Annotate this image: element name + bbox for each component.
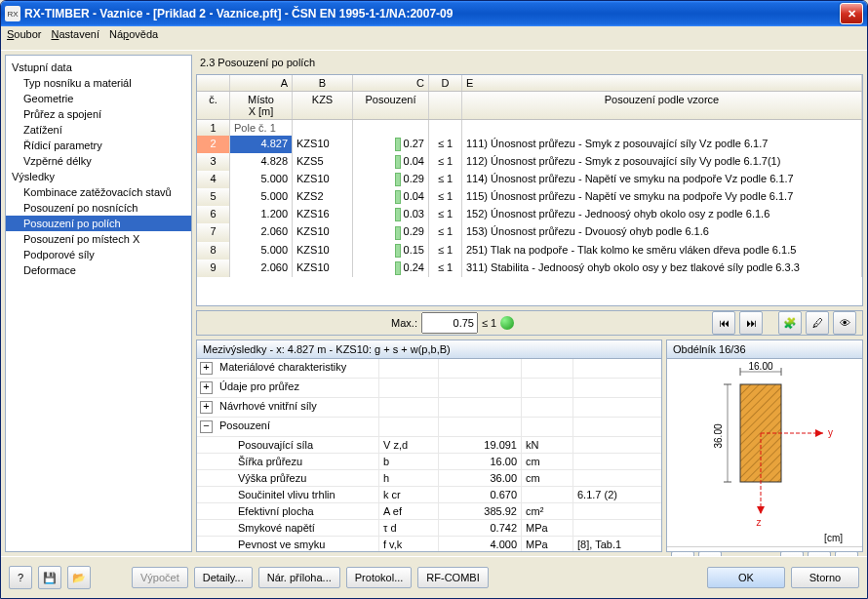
detail-row: Výška průřezuh36.00cm <box>197 470 661 487</box>
close-button[interactable]: ✕ <box>840 3 863 24</box>
details-title: Mezivýsledky - x: 4.827 m - KZS10: g + s… <box>197 340 661 359</box>
detail-group[interactable]: −Posouzení <box>197 418 661 437</box>
detail-row: Šířka průřezub16.00cm <box>197 454 661 470</box>
table-row[interactable]: 85.000KZS100.15≤ 1251) Tlak na podpoře -… <box>197 242 862 260</box>
results-grid[interactable]: A B C D E č. Místo X [m] KZS Posouzení P… <box>196 74 863 306</box>
nav-item[interactable]: Vzpěrné délky <box>6 153 191 169</box>
col-C[interactable]: C <box>353 75 429 91</box>
detail-row: Pevnost ve smykuf v,k4.000MPa[8], Tab.1 <box>197 537 661 551</box>
open-button[interactable]: 📂 <box>67 566 91 589</box>
axis-y: y <box>828 427 833 438</box>
menu-bar: Soubor Nastavení Nápověda <box>1 26 867 51</box>
app-window: RX RX-TIMBER - Vaznice - [Priklad 2 - Va… <box>0 0 868 599</box>
nav-item[interactable]: Podporové síly <box>6 247 191 262</box>
table-row[interactable]: 24.827KZS100.27≤ 1111) Únosnost průřezu … <box>197 136 862 153</box>
section-title: Obdélník 16/36 <box>667 340 862 359</box>
detail-group[interactable]: +Údaje pro průřez <box>197 379 661 398</box>
color-button[interactable]: 🖊 <box>806 311 829 335</box>
nav-item[interactable]: Deformace <box>6 262 191 278</box>
nav-root-input[interactable]: Vstupní data <box>6 60 191 75</box>
nav-item[interactable]: Typ nosníku a materiál <box>6 75 191 91</box>
col-A-unit: X [m] <box>234 105 288 117</box>
menu-help[interactable]: Nápověda <box>109 28 158 48</box>
max-bar: Max.: ≤ 1 ⏮ ⏭ 🧩 🖊 👁 <box>196 310 863 336</box>
app-icon: RX <box>5 6 20 21</box>
cancel-button[interactable]: Storno <box>791 567 859 588</box>
table-row[interactable]: 34.828KZS50.04≤ 1112) Únosnost průřezu -… <box>197 153 862 171</box>
nav-prev-button[interactable]: ⏮ <box>712 311 735 335</box>
col-B-label: KZS <box>293 92 353 119</box>
menu-settings[interactable]: Nastavení <box>51 28 99 48</box>
menu-file[interactable]: Soubor <box>7 28 41 48</box>
nav-item[interactable]: Posouzení po nosnících <box>6 200 191 216</box>
nav-item[interactable]: Průřez a spojení <box>6 106 191 122</box>
max-limit: ≤ 1 <box>482 317 496 329</box>
nav-item-selected[interactable]: Posouzení po polích <box>6 216 191 231</box>
detail-group[interactable]: +Materiálové charakteristiky <box>197 359 661 379</box>
details-button[interactable]: Detaily... <box>194 567 253 588</box>
dim-height: 36.00 <box>713 423 724 448</box>
ok-button[interactable]: OK <box>707 567 785 588</box>
calc-button[interactable]: Výpočet <box>132 567 188 588</box>
lower-panels: Mezivýsledky - x: 4.827 m - KZS10: g + s… <box>196 339 863 552</box>
max-value-input[interactable] <box>421 312 478 334</box>
max-label: Max.: <box>203 317 417 329</box>
col-B[interactable]: B <box>293 75 353 91</box>
table-caption: 2.3 Posouzení po polích <box>196 55 863 70</box>
rf-combi-button[interactable]: RF-COMBI <box>417 567 488 588</box>
nav-next-button[interactable]: ⏭ <box>739 311 763 335</box>
col-E-label: Posouzení podle vzorce <box>462 92 862 119</box>
filter-button[interactable]: 🧩 <box>778 311 802 335</box>
svg-marker-12 <box>757 506 765 514</box>
axis-z: z <box>757 517 762 528</box>
protocol-button[interactable]: Protokol... <box>346 567 413 588</box>
nav-item[interactable]: Zatížení <box>6 122 191 138</box>
navigator-tree[interactable]: Vstupní data Typ nosníku a materiál Geom… <box>5 55 192 552</box>
nav-item[interactable]: Posouzení po místech X <box>6 231 191 247</box>
unit-label: [cm] <box>824 533 843 543</box>
svg-marker-10 <box>815 429 823 437</box>
title-bar[interactable]: RX RX-TIMBER - Vaznice - [Priklad 2 - Va… <box>1 1 867 26</box>
help-button[interactable]: ? <box>9 566 32 589</box>
col-A-label: Místo <box>234 94 288 105</box>
save-button[interactable]: 💾 <box>38 566 61 589</box>
detail-row: Součinitel vlivu trhlink cr0.6706.1.7 (2… <box>197 487 661 503</box>
nav-root-results[interactable]: Výsledky <box>6 169 191 184</box>
details-panel: Mezivýsledky - x: 4.827 m - KZS10: g + s… <box>196 339 662 552</box>
detail-row: Smykové napětíτ d0.742MPa <box>197 520 661 537</box>
col-D[interactable]: D <box>429 75 462 91</box>
table-row[interactable]: 72.060KZS100.29≤ 1153) Únosnost průřezu … <box>197 223 862 241</box>
detail-row: Efektivní plochaA ef385.92cm² <box>197 503 661 520</box>
col-C-label: Posouzení <box>353 92 429 119</box>
client-area: Vstupní data Typ nosníku a materiál Geom… <box>1 51 867 556</box>
table-row[interactable]: 55.000KZS20.04≤ 1115) Únosnost průřezu -… <box>197 188 862 206</box>
table-row[interactable]: 92.060KZS100.24≤ 1311) Stabilita - Jedno… <box>197 260 862 277</box>
nav-item[interactable]: Řídicí parametry <box>6 138 191 153</box>
col-E[interactable]: E <box>462 75 862 91</box>
section-panel: Obdélník 16/36 <box>666 339 863 552</box>
nav-item[interactable]: Kombinace zatěžovacích stavů <box>6 184 191 200</box>
col-A[interactable]: A <box>230 75 293 91</box>
view-button[interactable]: 👁 <box>833 311 856 335</box>
main-panel: 2.3 Posouzení po polích A B C D E č. Mís… <box>196 55 863 552</box>
table-row[interactable]: 61.200KZS160.03≤ 1152) Únosnost průřezu … <box>197 206 862 223</box>
detail-group[interactable]: +Návrhové vnitřní síly <box>197 398 661 418</box>
table-row[interactable]: 45.000KZS100.29≤ 1114) Únosnost průřezu … <box>197 171 862 188</box>
cross-section-drawing: 16.00 36.00 y z [cm] <box>667 359 862 546</box>
col-n: č. <box>197 92 230 119</box>
bottom-button-bar: ? 💾 📂 Výpočet Detaily... Nár. příloha...… <box>1 556 867 598</box>
detail-row: Posouvající sílaV z,d19.091kN <box>197 437 661 454</box>
national-annex-button[interactable]: Nár. příloha... <box>258 567 340 588</box>
nav-item[interactable]: Geometrie <box>6 91 191 106</box>
window-title: RX-TIMBER - Vaznice - [Priklad 2 - Vazni… <box>24 7 840 20</box>
ok-led-icon <box>500 316 514 330</box>
dim-width: 16.00 <box>748 361 772 372</box>
